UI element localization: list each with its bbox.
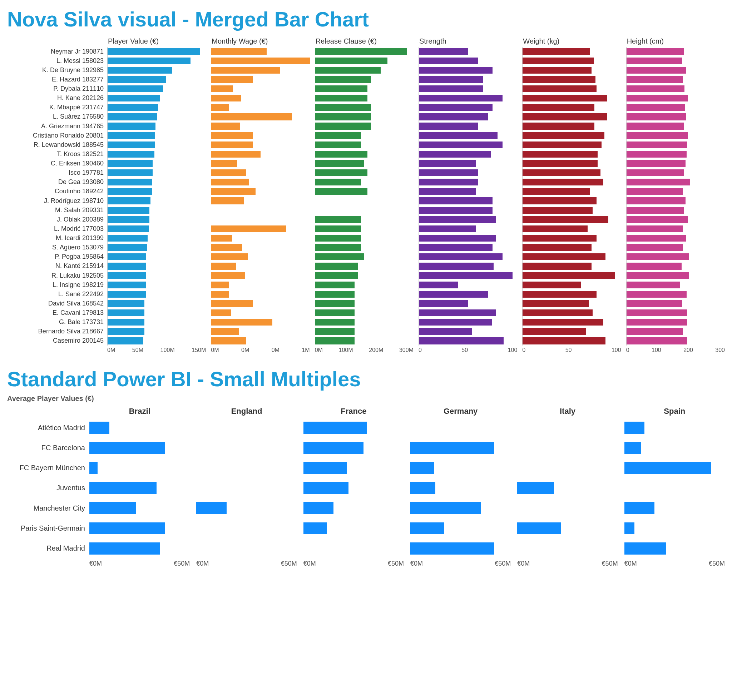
bar — [315, 244, 361, 251]
merged-row-label: L. Modrić 177003 — [7, 224, 107, 233]
bar-row — [108, 196, 206, 206]
bar-row — [523, 112, 621, 122]
bar — [523, 282, 580, 288]
sm-x-axis: €0M€50M — [89, 559, 190, 569]
bar — [89, 482, 156, 494]
bar — [627, 188, 683, 195]
bar — [419, 272, 513, 279]
bar-row — [419, 103, 517, 112]
bar — [211, 291, 229, 298]
bar-row — [627, 290, 725, 299]
bar-row — [523, 224, 621, 233]
bar-row — [108, 47, 206, 56]
bar-row — [211, 75, 309, 84]
bar-row — [211, 243, 309, 252]
bar-row — [523, 318, 621, 327]
bar-row — [627, 234, 725, 243]
merged-row-label: E. Hazard 183277 — [7, 75, 107, 84]
section-title-small-multiples: Standard Power BI - Small Multiples — [7, 367, 725, 391]
bar — [315, 235, 361, 241]
bar — [627, 179, 690, 185]
bar-row — [108, 308, 206, 318]
bar — [211, 244, 242, 251]
bar-row — [419, 215, 517, 224]
bar-row — [419, 336, 517, 346]
bar — [627, 263, 682, 269]
bar — [419, 95, 502, 101]
bar — [315, 216, 361, 223]
bar — [89, 522, 165, 535]
bar — [108, 160, 153, 167]
bar-row — [196, 438, 297, 458]
bar-row — [624, 438, 725, 458]
merged-row-label: Coutinho 189242 — [7, 187, 107, 196]
bar-row — [523, 215, 621, 224]
bar — [315, 141, 361, 148]
bar — [211, 263, 236, 269]
axis-tick: 0 — [626, 347, 629, 356]
bar-row — [211, 290, 309, 299]
sm-row-label: Juventus — [7, 478, 89, 498]
bar — [108, 57, 190, 64]
bar — [627, 300, 682, 307]
bar — [108, 169, 153, 176]
bar — [108, 225, 149, 232]
bar — [108, 207, 149, 214]
bar-row — [523, 196, 621, 206]
bar — [108, 132, 155, 139]
bar-row — [627, 299, 725, 308]
bar-row — [196, 478, 297, 498]
bar-row — [419, 299, 517, 308]
axis-tick: 200M — [369, 347, 383, 356]
sm-column-header: Germany — [410, 405, 511, 418]
bar — [627, 141, 687, 148]
axis-tick: 300 — [715, 347, 725, 356]
bar-row — [108, 103, 206, 112]
bar — [315, 319, 355, 325]
bar — [315, 104, 371, 111]
bar-row — [627, 318, 725, 327]
bar — [410, 482, 435, 494]
bar — [627, 282, 680, 288]
bar — [211, 328, 239, 335]
bar — [419, 188, 476, 195]
bar-row — [523, 327, 621, 336]
bar-row — [211, 56, 309, 65]
bar-row — [89, 518, 190, 538]
bar — [523, 104, 594, 111]
bar — [108, 235, 147, 241]
bar — [419, 57, 478, 64]
axis-tick: €0M — [517, 560, 530, 569]
bar — [108, 282, 146, 288]
bar-row — [211, 299, 309, 308]
bar — [419, 151, 491, 157]
merged-x-axis: 050100 — [418, 346, 517, 356]
bar-row — [523, 159, 621, 168]
bar-row — [303, 438, 404, 458]
bar-row — [315, 290, 414, 299]
merged-row-label: David Silva 168542 — [7, 299, 107, 308]
bar — [627, 207, 684, 214]
bar-row — [211, 336, 309, 346]
sm-column: France€0M€50M — [303, 405, 404, 569]
merged-row-label: Bernardo Silva 218667 — [7, 327, 107, 336]
merged-row-label: G. Bale 173731 — [7, 318, 107, 327]
bar — [419, 216, 496, 223]
bar-row — [211, 168, 309, 178]
merged-column: Strength050100 — [418, 35, 517, 356]
bar — [523, 113, 607, 120]
section-title-merged: Nova Silva visual - Merged Bar Chart — [7, 7, 725, 31]
bar — [89, 442, 165, 454]
bar — [627, 57, 682, 64]
bar-row — [315, 178, 414, 187]
bar — [108, 300, 144, 307]
bar — [523, 309, 592, 316]
bar-row — [419, 56, 517, 65]
bar-row — [315, 327, 414, 336]
bar-row — [211, 149, 309, 159]
bar — [523, 244, 592, 251]
bar-row — [315, 262, 414, 271]
bar-row — [627, 103, 725, 112]
bar — [627, 160, 686, 167]
bar-row — [108, 252, 206, 262]
